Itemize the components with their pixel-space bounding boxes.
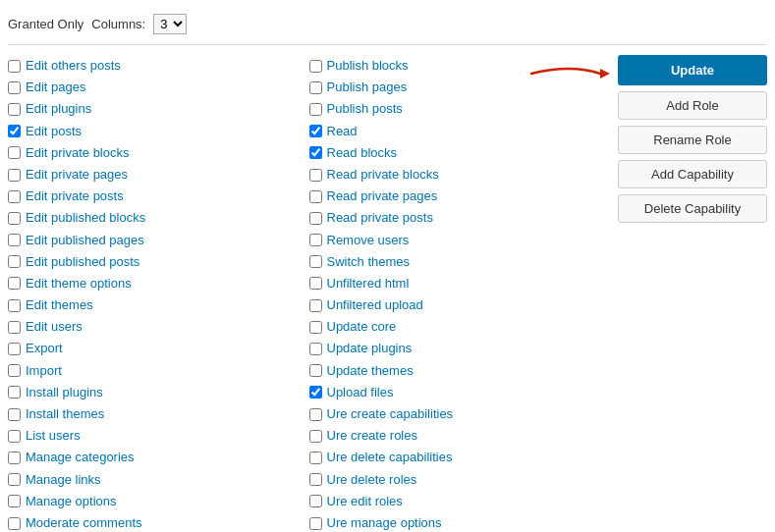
capability-checkbox-0-0[interactable] <box>8 60 21 73</box>
list-item: Export <box>8 338 302 359</box>
rename-role-button[interactable]: Rename Role <box>618 126 767 154</box>
capability-label: Edit themes <box>26 296 93 314</box>
capability-checkbox-1-19[interactable] <box>309 473 322 486</box>
add-capability-button[interactable]: Add Capability <box>618 160 767 188</box>
capability-label: Read <box>327 123 358 140</box>
capability-label: Ure delete roles <box>327 471 417 489</box>
capability-checkbox-1-20[interactable] <box>309 495 322 507</box>
capability-checkbox-0-7[interactable] <box>8 212 21 225</box>
list-item: Read private blocks <box>309 164 603 186</box>
list-item: Remove users <box>309 230 603 251</box>
list-item: Ure manage options <box>309 512 603 532</box>
arrow-indicator <box>522 59 610 88</box>
capability-column-0: Edit others postsEdit pagesEdit pluginsE… <box>8 55 309 532</box>
capability-checkbox-0-9[interactable] <box>8 255 21 268</box>
update-button[interactable]: Update <box>618 55 767 85</box>
capability-checkbox-1-15[interactable] <box>309 386 322 399</box>
capability-label: Unfiltered html <box>327 275 410 293</box>
capabilities-columns: Edit others postsEdit pagesEdit pluginsE… <box>8 55 610 532</box>
capability-checkbox-1-2[interactable] <box>309 103 322 116</box>
list-item: Unfiltered upload <box>309 294 603 316</box>
capability-checkbox-1-7[interactable] <box>309 212 322 225</box>
list-item: Ure create capabilities <box>309 403 603 425</box>
capability-checkbox-1-13[interactable] <box>309 343 322 355</box>
list-item: Read <box>309 121 603 142</box>
capability-label: Edit pages <box>26 79 85 96</box>
capability-checkbox-0-3[interactable] <box>8 125 21 137</box>
list-item: Switch themes <box>309 251 603 273</box>
main-layout: Edit others postsEdit pagesEdit pluginsE… <box>8 55 767 532</box>
capability-label: Install themes <box>26 405 104 423</box>
capability-label: Moderate comments <box>26 514 142 532</box>
capability-label: Ure create capabilities <box>327 405 454 423</box>
capability-checkbox-0-14[interactable] <box>8 364 21 377</box>
list-item: Install themes <box>8 403 302 425</box>
capability-checkbox-1-8[interactable] <box>309 234 322 246</box>
capability-label: Manage categories <box>26 449 135 466</box>
delete-capability-button[interactable]: Delete Capability <box>618 194 767 223</box>
capability-checkbox-1-1[interactable] <box>309 81 322 94</box>
capability-checkbox-0-13[interactable] <box>8 343 21 355</box>
list-item: Update themes <box>309 360 603 382</box>
capability-checkbox-0-19[interactable] <box>8 473 21 486</box>
capability-checkbox-0-21[interactable] <box>8 517 21 530</box>
list-item: Edit private posts <box>8 186 302 207</box>
capability-checkbox-0-2[interactable] <box>8 103 21 116</box>
capability-checkbox-1-12[interactable] <box>309 321 322 334</box>
list-item: Edit posts <box>8 121 302 142</box>
capability-checkbox-0-1[interactable] <box>8 81 21 94</box>
capability-checkbox-0-18[interactable] <box>8 452 21 464</box>
capability-checkbox-1-16[interactable] <box>309 408 322 421</box>
capability-label: Install plugins <box>26 384 103 401</box>
list-item: Edit others posts <box>8 55 302 77</box>
capability-checkbox-1-14[interactable] <box>309 364 322 377</box>
capability-label: Edit private pages <box>26 166 128 184</box>
capability-label: Edit private blocks <box>26 144 130 162</box>
capability-checkbox-0-4[interactable] <box>8 146 21 159</box>
capability-checkbox-1-17[interactable] <box>309 430 322 443</box>
capability-checkbox-0-17[interactable] <box>8 430 21 443</box>
capability-checkbox-1-6[interactable] <box>309 190 322 203</box>
capability-label: Edit published blocks <box>26 209 145 227</box>
capability-checkbox-0-16[interactable] <box>8 408 21 421</box>
list-item: List users <box>8 425 302 447</box>
capability-checkbox-1-21[interactable] <box>309 517 322 530</box>
capability-checkbox-0-11[interactable] <box>8 299 21 312</box>
capability-checkbox-1-0[interactable] <box>309 60 322 73</box>
capability-checkbox-0-5[interactable] <box>8 169 21 182</box>
list-item: Unfiltered html <box>309 273 603 294</box>
capability-label: Update core <box>327 318 397 336</box>
capability-label: List users <box>26 427 81 445</box>
capability-checkbox-0-12[interactable] <box>8 321 21 334</box>
add-role-button[interactable]: Add Role <box>618 91 767 120</box>
list-item: Read private posts <box>309 207 603 229</box>
list-item: Edit private pages <box>8 164 302 186</box>
capability-checkbox-1-9[interactable] <box>309 255 322 268</box>
list-item: Edit published blocks <box>8 207 302 229</box>
list-item: Publish posts <box>309 98 603 120</box>
capability-checkbox-1-10[interactable] <box>309 277 322 290</box>
capability-checkbox-1-18[interactable] <box>309 452 322 464</box>
capability-checkbox-1-4[interactable] <box>309 146 322 159</box>
capability-label: Update themes <box>327 362 414 380</box>
capability-checkbox-0-8[interactable] <box>8 234 21 246</box>
right-panel: Update Add Role Rename Role Add Capabili… <box>610 55 767 532</box>
capability-label: Update plugins <box>327 340 413 357</box>
capability-label: Ure edit roles <box>327 493 403 510</box>
capability-checkbox-0-6[interactable] <box>8 190 21 203</box>
list-item: Read blocks <box>309 142 603 164</box>
capability-checkbox-1-11[interactable] <box>309 299 322 312</box>
columns-select[interactable]: 3 2 1 <box>153 14 187 34</box>
capability-label: Edit theme options <box>26 275 132 293</box>
columns-label: Columns: <box>91 17 145 31</box>
capability-checkbox-0-10[interactable] <box>8 277 21 290</box>
capability-label: Edit plugins <box>26 100 91 118</box>
capability-checkbox-1-5[interactable] <box>309 169 322 182</box>
list-item: Edit published pages <box>8 230 302 251</box>
capability-checkbox-1-3[interactable] <box>309 125 322 137</box>
capability-checkbox-0-20[interactable] <box>8 495 21 507</box>
list-item: Edit private blocks <box>8 142 302 164</box>
capability-checkbox-0-15[interactable] <box>8 386 21 399</box>
capability-column-1: Publish blocksPublish pagesPublish posts… <box>309 55 611 532</box>
list-item: Ure delete capabilities <box>309 447 603 468</box>
